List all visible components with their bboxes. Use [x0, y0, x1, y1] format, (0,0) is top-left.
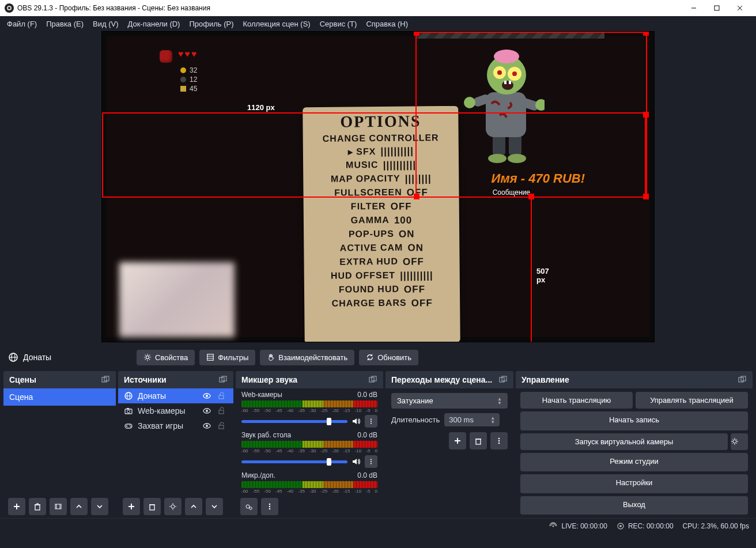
mixer-settings-button[interactable] [240, 498, 258, 515]
option-row: CHARGE BARSOFF [309, 297, 455, 310]
hearts-row: ♥ ♥ ♥ [178, 49, 197, 59]
selection-box-height[interactable]: 507 px [531, 198, 532, 342]
source-item[interactable]: Web-камеры [118, 403, 233, 418]
coin-icon [180, 67, 186, 73]
scene-down-button[interactable] [91, 498, 108, 515]
source-item[interactable]: Захват игры [118, 418, 233, 433]
popout-icon[interactable] [498, 375, 508, 384]
visibility-toggle[interactable] [202, 391, 213, 400]
preview-canvas[interactable]: ♥ ♥ ♥ 32 12 45 OPTIONS CHANGE CONTROLLER… [101, 31, 655, 342]
vcam-settings-button[interactable] [731, 433, 748, 450]
add-scene-button[interactable] [8, 498, 25, 515]
svg-point-72 [371, 422, 372, 424]
window-minimize-button[interactable] [682, 0, 705, 16]
hand-icon [267, 353, 275, 361]
lock-toggle[interactable] [217, 422, 228, 430]
menu-file[interactable]: Файл (F) [7, 20, 37, 28]
meter-ticks: -60-55-50-45-40-35-30-25-20-15-10-50 [241, 408, 377, 413]
interact-button[interactable]: Взаимодействовать [260, 350, 354, 365]
option-row: GAMMA100 [308, 214, 455, 227]
properties-button[interactable]: Свойства [137, 350, 195, 365]
svg-point-87 [498, 438, 500, 440]
window-maximize-button[interactable] [705, 0, 728, 16]
menu-help[interactable]: Справка (H) [366, 20, 408, 28]
studio-mode-button[interactable]: Режим студии [520, 453, 748, 472]
channel-menu-button[interactable] [365, 455, 377, 468]
source-item[interactable]: Донаты [118, 388, 233, 403]
svg-point-77 [250, 507, 252, 509]
popout-icon[interactable] [218, 375, 228, 384]
scene-up-button[interactable] [70, 498, 88, 515]
settings-button[interactable]: Настройки [520, 474, 748, 493]
manage-stream-button[interactable]: Управлять трансляцией [636, 392, 748, 409]
visibility-toggle[interactable] [202, 421, 213, 430]
menu-scene-collection[interactable]: Коллекция сцен (S) [243, 20, 311, 28]
svg-point-50 [127, 410, 130, 413]
window-close-button[interactable] [728, 0, 751, 16]
mixer-channel: Web-камеры0.0 dB-60-55-50-45-40-35-30-25… [236, 388, 383, 429]
visibility-toggle[interactable] [202, 406, 213, 415]
source-down-button[interactable] [206, 498, 223, 515]
svg-point-58 [130, 425, 131, 426]
svg-rect-48 [219, 395, 224, 399]
delete-scene-button[interactable] [29, 498, 46, 515]
option-row: HUD OFFSET|||||||||| [309, 270, 455, 282]
scene-filter-button[interactable] [50, 498, 67, 515]
obs-logo-icon [5, 3, 14, 13]
transitions-title: Переходы между сцена... [391, 375, 492, 384]
volume-slider[interactable] [241, 420, 347, 423]
filter-icon [206, 353, 214, 361]
add-transition-button[interactable] [449, 432, 466, 449]
svg-point-88 [498, 440, 500, 442]
start-record-button[interactable]: Начать запись [520, 411, 748, 430]
popout-icon[interactable] [738, 375, 747, 384]
audio-meter [241, 400, 377, 407]
add-source-button[interactable] [123, 498, 140, 515]
transition-menu-button[interactable] [490, 432, 508, 449]
filters-button[interactable]: Фильтры [199, 350, 255, 365]
audio-meter [241, 441, 377, 448]
svg-point-93 [553, 525, 554, 527]
svg-point-53 [206, 410, 208, 412]
option-row: FOUND HUDOFF [309, 284, 455, 296]
scene-item[interactable]: Сцена [3, 388, 116, 406]
globe-icon [8, 352, 18, 362]
mixer-menu-button[interactable] [261, 498, 278, 515]
delete-source-button[interactable] [143, 498, 161, 515]
chevron-updown-icon: ▲▼ [490, 416, 495, 424]
volume-slider[interactable] [241, 460, 347, 463]
speaker-icon[interactable] [351, 417, 361, 426]
selection-box-alert[interactable] [415, 32, 647, 198]
menu-service[interactable]: Сервис (T) [320, 20, 357, 28]
delete-transition-button[interactable] [470, 432, 487, 449]
menu-edit[interactable]: Правка (E) [46, 20, 84, 28]
menu-docks[interactable]: Док-панели (D) [128, 20, 180, 28]
transition-select[interactable]: Затухание ▲▼ [391, 393, 508, 409]
svg-rect-3 [715, 6, 719, 10]
svg-point-74 [371, 461, 372, 462]
source-up-button[interactable] [185, 498, 202, 515]
popout-icon[interactable] [101, 375, 110, 384]
start-stream-button[interactable]: Начать трансляцию [520, 392, 633, 409]
duration-spinbox[interactable]: 300 ms ▲▼ [444, 413, 500, 426]
start-vcam-button[interactable]: Запуск виртуальной камеры [520, 433, 728, 450]
gamepad-icon [124, 421, 133, 430]
speaker-icon[interactable] [351, 457, 361, 466]
menu-profile[interactable]: Профиль (P) [189, 20, 233, 28]
menu-view[interactable]: Вид (V) [93, 20, 118, 28]
channel-level: 0.0 dB [357, 391, 377, 399]
svg-point-75 [371, 463, 372, 464]
status-cpu: CPU: 2.3%, 60.00 fps [683, 522, 749, 530]
lock-toggle[interactable] [217, 392, 228, 400]
popout-icon[interactable] [368, 375, 377, 384]
svg-point-79 [269, 506, 271, 508]
sources-title: Источники [124, 375, 167, 384]
source-properties-button[interactable] [164, 498, 182, 515]
lock-toggle[interactable] [217, 407, 228, 415]
channel-menu-button[interactable] [365, 415, 377, 428]
preview-area: ♥ ♥ ♥ 32 12 45 OPTIONS CHANGE CONTROLLER… [0, 31, 756, 343]
refresh-button[interactable]: Обновить [359, 350, 418, 365]
exit-button[interactable]: Выход [520, 496, 748, 515]
svg-point-1 [8, 7, 10, 9]
heart-icon: ♥ [185, 49, 191, 59]
